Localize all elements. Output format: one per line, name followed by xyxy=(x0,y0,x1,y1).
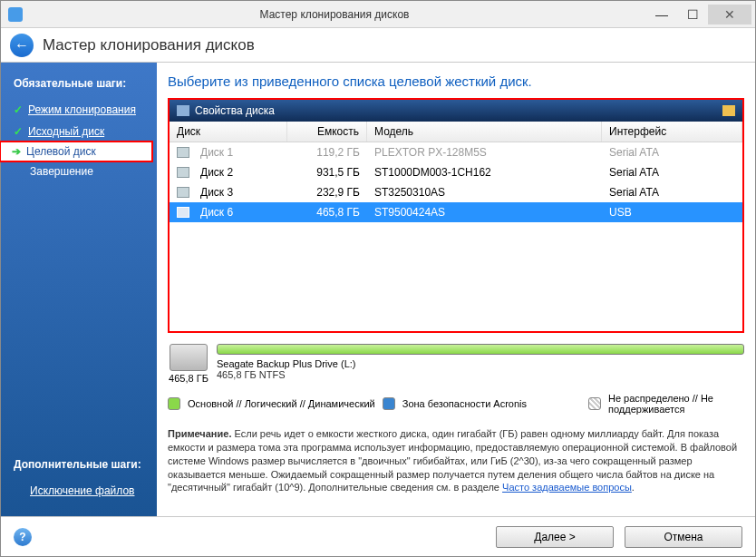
sidebar-additional: Дополнительные шаги: Исключение файлов xyxy=(1,453,157,516)
legend-zone-label: Зона безопасности Acronis xyxy=(402,398,527,409)
disk-props-icon xyxy=(177,105,189,116)
sidebar-item-label: Исходный диск xyxy=(28,125,104,138)
sidebar: Обязательные шаги: Режим клонирования Ис… xyxy=(1,63,157,516)
cell-capacity: 931,5 ГБ xyxy=(287,164,367,181)
footer: ? Далее > Отмена xyxy=(1,516,755,556)
sidebar-item-target-disk[interactable]: Целевой диск xyxy=(0,141,153,162)
table-row-selected[interactable]: Диск 6 465,8 ГБ ST9500424AS USB xyxy=(170,202,742,222)
cell-disk: Диск 6 xyxy=(193,204,287,220)
drive-details: 465,8 ГБ NTFS xyxy=(217,369,744,380)
disk-icon xyxy=(177,187,189,198)
cell-model: ST9500424AS xyxy=(367,204,602,220)
drive-summary-icon: 465,8 ГБ xyxy=(168,344,209,384)
page-title: Мастер клонирования дисков xyxy=(43,36,255,54)
main-title: Выберите из приведенного списка целевой … xyxy=(168,70,744,98)
table-row[interactable]: Диск 2 931,5 ГБ ST1000DM003-1CH162 Seria… xyxy=(170,162,742,182)
table-header: Диск Емкость Модель Интерфейс xyxy=(170,122,742,142)
cancel-button[interactable]: Отмена xyxy=(625,526,742,548)
disk-panel: Свойства диска Диск Емкость Модель Интер… xyxy=(168,98,744,333)
col-disk[interactable]: Диск xyxy=(170,122,287,142)
help-button[interactable]: ? xyxy=(14,528,32,546)
cell-model: ST1000DM003-1CH162 xyxy=(367,164,602,181)
sidebar-item-label: Завершение xyxy=(30,165,93,178)
drive-total: 465,8 ГБ xyxy=(169,373,208,384)
note-icon[interactable] xyxy=(722,105,735,116)
window-title: Мастер клонирования дисков xyxy=(23,8,646,21)
cell-interface: Serial ATA xyxy=(602,144,742,161)
sidebar-item-finish[interactable]: Завершение xyxy=(1,161,157,182)
panel-header-label: Свойства диска xyxy=(195,104,275,117)
cell-disk: Диск 3 xyxy=(193,184,287,200)
sidebar-item-clone-mode[interactable]: Режим клонирования xyxy=(1,99,157,121)
panel-header: Свойства диска xyxy=(170,100,742,122)
sidebar-item-source-disk[interactable]: Исходный диск xyxy=(1,121,157,142)
note: Примечание. Если речь идет о емкости жес… xyxy=(168,427,744,502)
cell-capacity: 232,9 ГБ xyxy=(287,184,367,200)
note-bold: Примечание. xyxy=(168,428,231,439)
next-button[interactable]: Далее > xyxy=(496,526,614,548)
legend-unalloc-label: Не распределено // Не поддерживается xyxy=(608,393,744,415)
cell-disk: Диск 2 xyxy=(193,164,287,181)
legend-zone-icon xyxy=(383,397,395,410)
sidebar-item-label: Целевой диск xyxy=(26,145,96,158)
faq-link[interactable]: Часто задаваемые вопросы xyxy=(502,482,632,493)
check-icon xyxy=(14,125,23,138)
sidebar-additional-header: Дополнительные шаги: xyxy=(1,453,157,480)
legend-primary-label: Основной // Логический // Динамический xyxy=(188,398,375,409)
titlebar: Мастер клонирования дисков — ☐ ✕ xyxy=(1,1,755,28)
close-button[interactable]: ✕ xyxy=(708,5,751,24)
legend-primary-icon xyxy=(168,397,180,410)
col-capacity[interactable]: Емкость xyxy=(287,122,367,142)
disk-icon xyxy=(177,167,189,178)
body: Обязательные шаги: Режим клонирования Ис… xyxy=(1,63,755,516)
minimize-button[interactable]: — xyxy=(646,5,677,24)
app-icon xyxy=(8,7,23,22)
cell-capacity: 119,2 ГБ xyxy=(287,144,367,161)
col-model[interactable]: Модель xyxy=(367,122,602,142)
sidebar-item-label: Исключение файлов xyxy=(30,484,134,497)
window: Мастер клонирования дисков — ☐ ✕ ← Масте… xyxy=(0,0,756,557)
cell-model: PLEXTOR PX-128M5S xyxy=(367,144,602,161)
col-interface[interactable]: Интерфейс xyxy=(602,122,742,142)
legend-unalloc-icon xyxy=(588,397,601,410)
disk-icon xyxy=(177,147,189,158)
table-row[interactable]: Диск 1 119,2 ГБ PLEXTOR PX-128M5S Serial… xyxy=(170,142,742,162)
drive-name: Seagate Backup Plus Drive (L:) xyxy=(217,358,744,369)
drive-summary: 465,8 ГБ Seagate Backup Plus Drive (L:) … xyxy=(168,344,744,384)
arrow-icon xyxy=(12,145,21,158)
back-button[interactable]: ← xyxy=(10,34,34,57)
sidebar-item-exclude-files[interactable]: Исключение файлов xyxy=(1,480,157,502)
disk-table: Диск Емкость Модель Интерфейс Диск 1 119… xyxy=(170,122,742,331)
maximize-button[interactable]: ☐ xyxy=(677,5,708,24)
check-icon xyxy=(14,103,23,116)
hdd-icon xyxy=(170,344,208,371)
main: Выберите из приведенного списка целевой … xyxy=(157,63,755,516)
header: ← Мастер клонирования дисков xyxy=(1,28,755,63)
legend: Основной // Логический // Динамический З… xyxy=(168,393,744,422)
table-row[interactable]: Диск 3 232,9 ГБ ST3250310AS Serial ATA xyxy=(170,182,742,202)
partition-bar[interactable] xyxy=(217,344,744,355)
cell-model: ST3250310AS xyxy=(367,184,602,200)
note-tail: . xyxy=(632,482,635,493)
cell-interface: Serial ATA xyxy=(602,184,742,200)
cell-interface: Serial ATA xyxy=(602,164,742,181)
note-body: Если речь идет о емкости жесткого диска,… xyxy=(168,428,737,493)
sidebar-mandatory-header: Обязательные шаги: xyxy=(1,72,157,99)
sidebar-item-label: Режим клонирования xyxy=(28,103,136,116)
cell-disk: Диск 1 xyxy=(193,144,287,161)
cell-capacity: 465,8 ГБ xyxy=(287,204,367,220)
cell-interface: USB xyxy=(602,204,742,220)
disk-icon xyxy=(177,207,189,218)
